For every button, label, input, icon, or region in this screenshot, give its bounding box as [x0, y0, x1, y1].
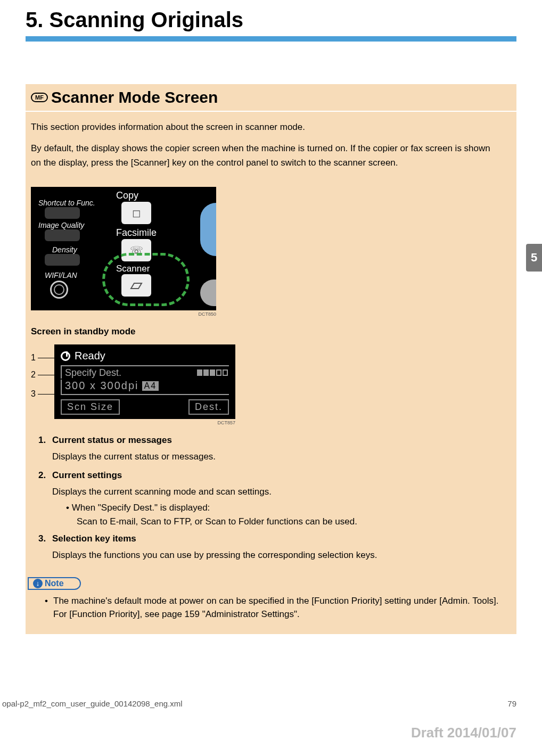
note-label: Note: [45, 579, 64, 588]
chapter-tab: 5: [526, 244, 542, 272]
panel-side: [200, 203, 216, 256]
lcd-resolution: 300 x 300dpi: [65, 380, 139, 392]
panel-label-density: Density: [52, 245, 77, 254]
panel-button: [45, 254, 80, 266]
item-desc: Displays the current status or messages.: [52, 450, 503, 464]
scanner-icon: [121, 274, 151, 297]
lcd-ready: Ready: [75, 350, 105, 362]
figure-id: DCT850: [31, 311, 216, 317]
callout-2: 2: [31, 370, 36, 380]
section-title: Scanner Mode Screen: [51, 88, 218, 106]
note-text: The machine's default mode at power on c…: [45, 594, 503, 621]
wifi-ring-icon: [50, 281, 68, 299]
item-sub: • When "Specify Dest." is displayed:: [66, 503, 503, 513]
power-icon: [61, 351, 70, 361]
item-desc: Displays the functions you can use by pr…: [52, 548, 503, 562]
callout-3: 3: [31, 389, 36, 399]
item-desc: Displays the current scanning mode and s…: [52, 485, 503, 499]
item-sub-desc: Scan to E-mail, Scan to FTP, or Scan to …: [77, 516, 503, 527]
item-number: 3.: [38, 533, 52, 544]
note-arrow-icon: ↓: [33, 579, 43, 588]
item-title: Current status or messages: [52, 435, 172, 445]
divider: [26, 111, 516, 112]
figure-id: DCT857: [54, 420, 235, 425]
panel-label-wifi: WIFI/LAN: [45, 271, 77, 280]
footer-filename: opal-p2_mf2_com_user_guide_00142098_eng.…: [2, 699, 183, 708]
mode-label-copy: Copy: [116, 190, 138, 201]
control-panel-figure: Shortcut to Func. Image Quality Density …: [31, 187, 216, 310]
footer-page-number: 79: [507, 699, 516, 708]
item-title: Current settings: [52, 470, 122, 480]
chapter-title: 5. Scanning Originals: [26, 8, 516, 32]
panel-label-image-quality: Image Quality: [38, 221, 84, 229]
callout-1: 1: [31, 353, 36, 363]
lcd-screen: Ready Specify Dest. 300 x 300dpi A4 Scn …: [54, 344, 235, 419]
item-title: Selection key items: [52, 533, 136, 544]
panel-button: [45, 229, 80, 241]
copy-icon: ◻: [121, 202, 151, 224]
lcd-specify-dest: Specify Dest.: [65, 367, 121, 379]
standby-figure: 1 2 3 Ready Specify Dest. 300 x 300dpi A…: [31, 344, 516, 419]
item-number: 2.: [38, 470, 52, 481]
section-header: MF Scanner Mode Screen: [26, 84, 516, 111]
mf-badge: MF: [31, 93, 48, 102]
lcd-paper-size: A4: [142, 381, 159, 391]
chapter-rule: [26, 36, 516, 42]
intro-paragraph-1: This section provides information about …: [31, 120, 503, 134]
lcd-dest-key: Dest.: [188, 399, 229, 415]
draft-watermark: Draft 2014/01/07: [411, 725, 516, 741]
lcd-indicator-icon: [196, 367, 228, 379]
mode-label-scanner: Scanner: [116, 264, 150, 274]
content-area: MF Scanner Mode Screen This section prov…: [26, 84, 516, 634]
intro-paragraph-2: By default, the display shows the copier…: [31, 142, 503, 170]
note-badge: ↓ Note: [28, 577, 81, 590]
panel-label-shortcut: Shortcut to Func.: [38, 199, 95, 207]
panel-side: [200, 280, 216, 306]
standby-heading: Screen in standby mode: [26, 326, 516, 342]
mode-label-facsimile: Facsimile: [116, 227, 157, 239]
item-number: 1.: [38, 435, 52, 446]
panel-button: [45, 207, 80, 219]
lcd-scn-size-key: Scn Size: [61, 399, 120, 415]
